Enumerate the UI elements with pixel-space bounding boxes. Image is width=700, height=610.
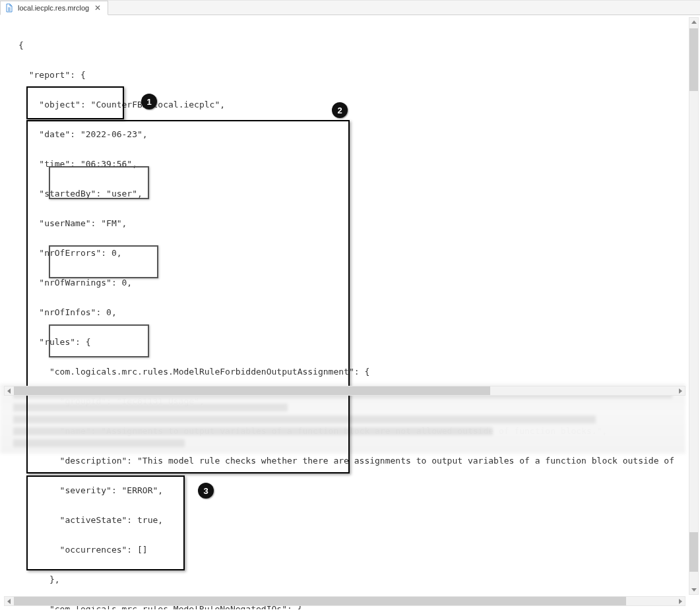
tab-bar: local.iecplc.res.mrclog ✕ [0,1,700,15]
close-icon[interactable]: ✕ [93,3,102,13]
editor-pane: local.iecplc.res.mrclog ✕ { "report": { … [0,0,700,610]
tab-label: local.iecplc.res.mrclog [18,3,89,13]
scrollbar-thumb[interactable] [689,28,698,91]
horizontal-scrollbar[interactable] [4,596,685,606]
code-line: "time": "06:39:56", [18,159,680,169]
code-line: "date": "2022-06-23", [18,129,680,139]
code-line: "userName": "FM", [18,218,680,228]
code-line: "rules": { [18,337,680,347]
scrollbar-thumb[interactable] [14,597,626,605]
editor-wrap: { "report": { "object": "CounterFBD/loca… [0,16,700,610]
code-line: "name": "Assignments to output variables… [18,426,680,436]
code-line: { [18,40,680,50]
vertical-scrollbar[interactable] [689,17,699,595]
code-line: "groupId": "Iec61131_Usage", [18,396,680,406]
code-line: "severity": "ERROR", [18,485,680,495]
code-line: "nrOfWarnings": 0, [18,278,680,288]
file-icon [5,3,14,13]
code-line: "com.logicals.mrc.rules.ModelRuleForbidd… [18,367,680,377]
code-line: }, [18,574,680,584]
code-line: "nrOfInfos": 0, [18,307,680,317]
scrollbar-thumb[interactable] [14,386,490,395]
code-line: "startedBy": "user", [18,189,680,198]
code-line: "occurrences": [] [18,545,680,555]
code-editor[interactable]: { "report": { "object": "CounterFBD/loca… [0,16,680,609]
code-line: "object": "CounterFBD/local.iecplc", [18,100,680,109]
code-line: "activeState": true, [18,515,680,525]
horizontal-scrollbar[interactable] [4,386,685,396]
tab-active[interactable]: local.iecplc.res.mrclog ✕ [0,1,108,15]
code-line: "description": "This model rule checks w… [18,456,680,466]
code-line: "report": { [18,70,680,80]
code-line: "nrOfErrors": 0, [18,248,680,258]
scrollbar-thumb[interactable] [689,532,698,572]
